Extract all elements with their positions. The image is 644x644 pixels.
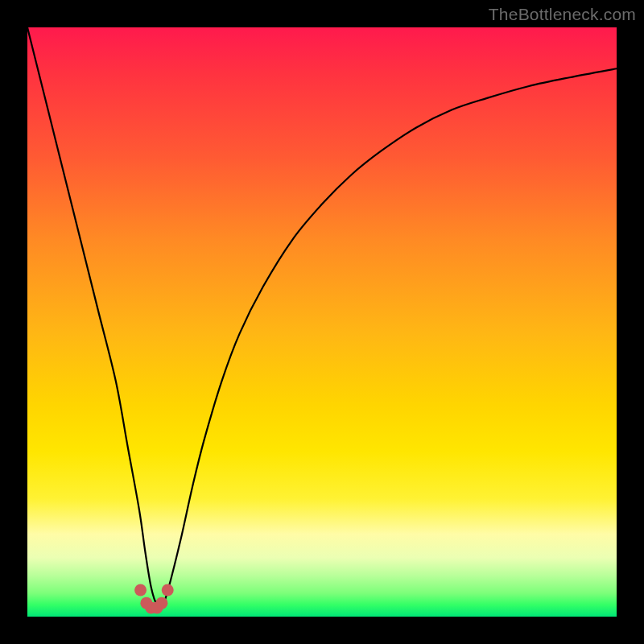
curve-svg [27,27,617,617]
marker-dot [134,584,147,597]
bottleneck-curve [27,27,617,607]
marker-dot [155,597,167,609]
plot-area [27,27,617,617]
watermark-text: TheBottleneck.com [489,5,636,24]
chart-frame: TheBottleneck.com [0,0,644,644]
marker-dot [162,584,174,597]
